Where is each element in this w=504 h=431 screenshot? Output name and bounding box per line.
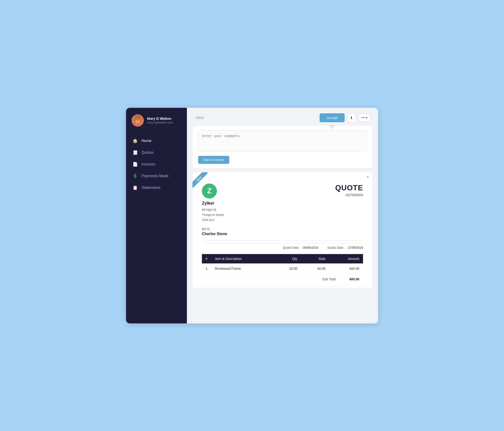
subtotal-value: 400.00 xyxy=(345,277,359,281)
sidebar-label-statements: Statements xyxy=(142,186,161,190)
sidebar-item-statements[interactable]: 📋 Statements xyxy=(126,182,187,193)
back-link[interactable]: ‹ Back xyxy=(194,116,204,119)
profile-name: Mary D Walton xyxy=(147,117,173,120)
quote-dropdown-icon[interactable]: ▾ xyxy=(367,175,369,179)
company-name: Zylker xyxy=(202,201,224,206)
bill-to-label: Bill To xyxy=(202,227,363,231)
quotes-icon: 🧾 xyxy=(133,150,138,155)
cell-amount: 400.00 xyxy=(329,263,363,274)
invoices-icon: 📄 xyxy=(133,162,138,167)
back-label: Back xyxy=(197,116,204,119)
accept-button[interactable]: Accept xyxy=(320,113,344,122)
app-container: Mary D Walton mary.w@walton.com 🏠 Home 🧾… xyxy=(126,108,378,323)
address-line1: 86 High St xyxy=(202,207,224,212)
sidebar-label-quotes: Quotes xyxy=(142,150,154,155)
cell-desc: Rosewood Frame xyxy=(211,263,273,274)
comment-section: Add Comment xyxy=(192,126,372,168)
col-header-amount: Amount xyxy=(329,254,363,263)
dates-row: Quote Date : 09/08/2018 Expiry Date : 17… xyxy=(202,246,363,249)
sidebar: Mary D Walton mary.w@walton.com 🏠 Home 🧾… xyxy=(126,108,187,323)
sidebar-label-invoices: Invoices xyxy=(142,162,155,166)
cell-rate: 40.00 xyxy=(301,263,329,274)
sidebar-nav: 🏠 Home 🧾 Quotes 📄 Invoices 💲 Payments Ma… xyxy=(126,133,187,195)
expiry-date-label: Expiry Date : xyxy=(328,246,345,249)
comment-input[interactable] xyxy=(198,130,367,152)
expiry-date-value: 17/08/2018 xyxy=(348,246,363,249)
main-content: ‹ Back Accept ☞ ⬇ ••• ▾ Add Comment xyxy=(187,108,378,323)
sidebar-item-quotes[interactable]: 🧾 Quotes xyxy=(126,147,187,158)
quote-title-block: QUOTE #QT000004 xyxy=(335,183,363,197)
svg-point-6 xyxy=(136,120,137,120)
address-line3: YO4 3LX xyxy=(202,218,224,223)
company-address: 86 High St Thrope le Street YO4 3LX xyxy=(202,207,224,223)
cell-qty: 10.00 xyxy=(273,263,301,274)
cell-num: 1 xyxy=(202,263,211,274)
profile-email: mary.w@walton.com xyxy=(147,121,173,124)
avatar xyxy=(132,114,144,127)
more-options-button[interactable]: ••• ▾ xyxy=(358,114,370,122)
ribbon-container: Open xyxy=(192,172,214,193)
sidebar-item-home[interactable]: 🏠 Home xyxy=(126,135,187,147)
bill-to-name: Charles Stone xyxy=(202,232,363,236)
quote-number: #QT000004 xyxy=(335,193,363,197)
profile-info: Mary D Walton mary.w@walton.com xyxy=(147,117,173,124)
svg-point-3 xyxy=(135,116,140,120)
divider-line-1 xyxy=(202,241,363,241)
cursor-hand-icon: ☞ xyxy=(329,123,335,130)
address-line2: Thrope le Street xyxy=(202,212,224,218)
quote-title: QUOTE xyxy=(335,183,363,192)
sidebar-profile: Mary D Walton mary.w@walton.com xyxy=(126,108,187,133)
accept-button-wrapper: Accept ☞ xyxy=(320,113,344,122)
svg-point-5 xyxy=(140,118,142,122)
sidebar-item-payments[interactable]: 💲 Payments Made xyxy=(126,170,187,182)
download-button[interactable]: ⬇ xyxy=(347,113,356,122)
statements-icon: 📋 xyxy=(133,185,138,190)
quote-logo-row: Z Zylker 86 High St Thrope le Street YO4… xyxy=(202,183,363,223)
quote-table: # Item & Description Qty Rate Amount 1 R… xyxy=(202,254,363,274)
status-ribbon: Open xyxy=(192,172,208,188)
divider-line-2 xyxy=(202,243,363,244)
quote-body: Z Zylker 86 High St Thrope le Street YO4… xyxy=(192,179,372,288)
quote-date-value: 09/08/2018 xyxy=(303,246,318,249)
sidebar-item-invoices[interactable]: 📄 Invoices xyxy=(126,158,187,170)
subtotal-label: Sub Total xyxy=(322,277,336,281)
expiry-date-pair: Expiry Date : 17/08/2018 xyxy=(328,246,363,249)
top-bar: ‹ Back Accept ☞ ⬇ ••• ▾ xyxy=(187,108,378,126)
col-header-num: # xyxy=(202,254,211,263)
subtotal-row: Sub Total 400.00 xyxy=(202,277,363,281)
back-chevron-icon: ‹ xyxy=(194,116,196,119)
download-icon: ⬇ xyxy=(350,116,353,120)
svg-point-7 xyxy=(138,120,139,120)
quote-doc-header: ▾ xyxy=(192,172,372,179)
add-comment-button[interactable]: Add Comment xyxy=(198,156,229,164)
svg-point-4 xyxy=(134,118,136,122)
sidebar-label-payments: Payments Made xyxy=(142,174,169,178)
quote-date-label: Quote Date : xyxy=(283,246,300,249)
quote-date-pair: Quote Date : 09/08/2018 xyxy=(283,246,318,249)
bill-section: Bill To Charles Stone xyxy=(202,227,363,236)
home-icon: 🏠 xyxy=(133,138,138,143)
more-chevron-icon: ▾ xyxy=(366,116,368,119)
col-header-rate: Rate xyxy=(301,254,329,263)
quote-document: Open ▾ Z Zylker 86 High St Thrope le Str… xyxy=(192,172,372,288)
top-actions: Accept ☞ ⬇ ••• ▾ xyxy=(320,113,370,122)
table-row: 1 Rosewood Frame 10.00 40.00 400.00 xyxy=(202,263,363,274)
col-header-qty: Qty xyxy=(273,254,301,263)
more-dots-icon: ••• xyxy=(361,116,365,119)
sidebar-label-home: Home xyxy=(142,139,152,143)
payments-icon: 💲 xyxy=(133,174,138,179)
col-header-desc: Item & Description xyxy=(211,254,273,263)
